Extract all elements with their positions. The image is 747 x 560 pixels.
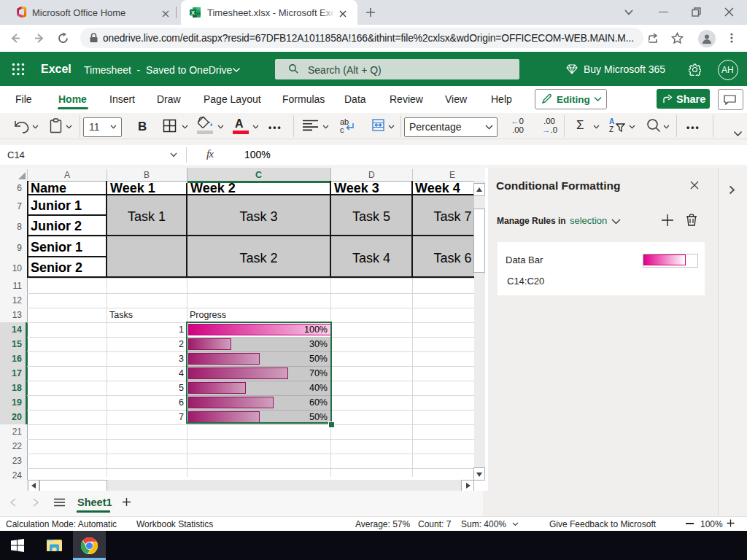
- svg-text:c: c: [340, 125, 344, 133]
- svg-text:X: X: [191, 9, 195, 16]
- svg-text:A: A: [609, 117, 614, 125]
- svg-text:Z: Z: [609, 125, 614, 133]
